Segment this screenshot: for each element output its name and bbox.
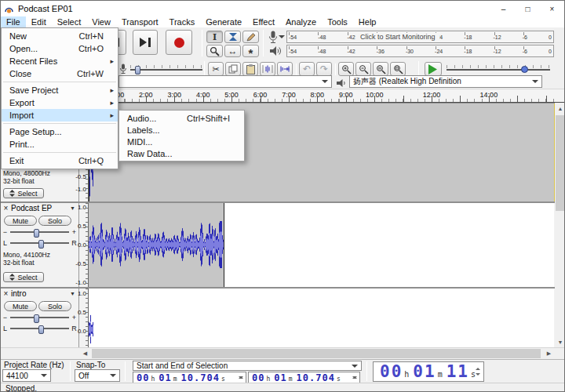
scroll-up-button[interactable]: ▲ xyxy=(555,103,565,114)
track3-title[interactable]: intro xyxy=(10,289,70,298)
track2-select-button[interactable]: Select xyxy=(3,272,44,282)
zoom-fit-button[interactable] xyxy=(390,62,406,76)
menubar-item[interactable]: Effect xyxy=(247,16,280,27)
menubar-item[interactable]: File xyxy=(1,16,26,27)
monitoring-hint[interactable]: Click to Start Monitoring xyxy=(356,33,439,41)
mic-dropdown-icon[interactable] xyxy=(279,35,285,42)
track3-menu-button[interactable]: ▼ xyxy=(70,291,78,296)
microphone-icon[interactable] xyxy=(268,31,278,47)
vertical-scrollbar[interactable]: ▲ ▼ xyxy=(555,103,565,347)
draw-tool-button[interactable] xyxy=(242,31,259,43)
track2-menu-button[interactable]: ▼ xyxy=(70,205,78,211)
file-menu-item[interactable]: Open... Ctrl+O xyxy=(2,42,118,55)
horizontal-scroll-thumb[interactable] xyxy=(92,349,541,358)
selection-start-field[interactable]: 00h01m10.704s xyxy=(133,372,246,383)
track2-solo-button[interactable]: Solo xyxy=(38,216,71,226)
file-menu-item[interactable]: New Ctrl+N xyxy=(2,30,118,42)
track1-select-button[interactable]: Select xyxy=(3,188,44,198)
menubar-item[interactable]: Edit xyxy=(26,16,52,27)
recording-meter[interactable]: -54-48-42-36-30-24-18-12-60 Click to Sta… xyxy=(286,31,554,43)
recording-volume-slider[interactable] xyxy=(130,65,202,74)
menubar-item[interactable]: View xyxy=(86,16,116,27)
audio-position-field[interactable]: 00h01m11s xyxy=(373,361,484,382)
play-at-speed-button[interactable] xyxy=(425,62,442,76)
minimize-button[interactable]: – xyxy=(491,1,516,16)
status-text: Stopped. xyxy=(5,384,37,392)
track2-vertical-ruler[interactable]: 1.00.50.0-0.5-1.0 xyxy=(79,203,89,287)
track2-format-line1: Mono, 44100Hz xyxy=(3,251,50,259)
track3-gain-slider[interactable] xyxy=(10,317,69,318)
track2-pan-slider[interactable] xyxy=(10,242,69,244)
input-device-select[interactable] xyxy=(118,75,332,88)
track3-close-button[interactable]: × xyxy=(2,289,10,298)
redo-button[interactable]: ↷ xyxy=(316,62,332,76)
zoom-in-button[interactable] xyxy=(338,62,354,76)
track2-pan-thumb[interactable] xyxy=(38,240,44,249)
import-submenu-item[interactable]: Audio... Ctrl+Shift+I xyxy=(119,112,244,124)
record-button[interactable] xyxy=(166,30,192,55)
menubar-item[interactable]: Help xyxy=(353,16,382,27)
menubar-item[interactable]: Tracks xyxy=(164,16,201,27)
track3-gain-thumb[interactable] xyxy=(34,314,39,323)
menubar-item[interactable]: Transport xyxy=(116,16,164,27)
track3-pan-thumb[interactable] xyxy=(38,325,44,334)
file-menu-item[interactable]: Print... xyxy=(2,138,118,151)
vertical-scroll-thumb[interactable] xyxy=(556,115,565,211)
zoom-selection-button[interactable] xyxy=(373,62,388,76)
selection-mode-select[interactable]: Start and End of Selection xyxy=(133,361,362,371)
recording-volume-thumb[interactable] xyxy=(135,66,140,74)
paste-button[interactable] xyxy=(242,62,258,76)
envelope-tool-button[interactable] xyxy=(224,31,241,43)
scroll-left-button[interactable]: ◀ xyxy=(79,348,91,359)
playback-meter[interactable]: -54-48-42-36-30-24-18-12-60 xyxy=(286,45,554,57)
menubar-item[interactable]: Generate xyxy=(200,16,247,27)
output-device-select[interactable]: 扬声器 (Realtek High Definition xyxy=(349,75,542,88)
silence-audio-button[interactable] xyxy=(277,62,293,76)
track2-gain-thumb[interactable] xyxy=(34,229,39,238)
file-menu-item[interactable]: Recent Files ▸ xyxy=(2,55,118,67)
file-menu-item[interactable]: Save Project ▸ xyxy=(2,84,118,96)
file-menu-item[interactable]: Export ▸ xyxy=(2,96,118,109)
multi-tool-button[interactable]: * xyxy=(242,45,259,57)
maximize-button[interactable]: □ xyxy=(516,1,540,16)
play-speed-thumb[interactable] xyxy=(521,66,528,73)
close-button[interactable]: × xyxy=(540,1,564,16)
track2-gain-slider[interactable] xyxy=(10,231,69,233)
menubar-item[interactable]: Analyze xyxy=(280,16,322,27)
selection-tool-button[interactable]: I xyxy=(206,31,223,43)
track2-title[interactable]: Podcast EP xyxy=(10,204,70,212)
file-menu-item[interactable]: Close Ctrl+W xyxy=(2,67,118,80)
scroll-down-button[interactable]: ▼ xyxy=(555,336,565,347)
track3-vertical-ruler[interactable]: 1.00.50.0 xyxy=(79,289,89,347)
track3-solo-button[interactable]: Solo xyxy=(38,301,71,311)
undo-button[interactable]: ↶ xyxy=(299,62,315,76)
speaker-icon[interactable] xyxy=(269,45,282,60)
skip-to-end-button[interactable] xyxy=(133,30,158,55)
trim-audio-button[interactable] xyxy=(260,62,275,76)
track2-mute-button[interactable]: Mute xyxy=(4,216,37,226)
track2-close-button[interactable]: × xyxy=(2,204,10,212)
copy-button[interactable] xyxy=(225,62,241,76)
track3-waveform-area[interactable] xyxy=(89,289,554,347)
zoom-out-button[interactable] xyxy=(355,62,371,76)
track2-waveform-area[interactable] xyxy=(89,203,554,287)
file-menu-item[interactable]: Page Setup... xyxy=(2,125,118,138)
horizontal-scrollbar[interactable]: ◀ ▶ xyxy=(1,347,565,359)
scroll-right-button[interactable]: ▶ xyxy=(543,348,555,359)
play-speed-slider[interactable] xyxy=(447,65,550,74)
track3-pan-slider[interactable] xyxy=(10,328,69,329)
import-submenu-item[interactable]: Raw Data... xyxy=(119,147,244,159)
project-rate-select[interactable]: 44100 xyxy=(2,369,51,382)
file-menu-item[interactable]: Exit Ctrl+Q xyxy=(2,154,118,167)
menubar-item[interactable]: Tools xyxy=(322,16,353,27)
selection-end-field[interactable]: 00h01m10.704s xyxy=(248,372,360,383)
track3-mute-button[interactable]: Mute xyxy=(4,301,37,311)
import-submenu-item[interactable]: MIDI... xyxy=(119,136,244,147)
timeshift-tool-button[interactable]: ↔ xyxy=(224,45,241,57)
cut-button[interactable]: ✂ xyxy=(208,62,224,76)
menubar-item[interactable]: Select xyxy=(52,16,87,27)
snap-to-select[interactable]: Off xyxy=(75,369,120,382)
file-menu-item[interactable]: Import ▸ xyxy=(2,109,118,122)
zoom-tool-button[interactable] xyxy=(206,45,223,57)
import-submenu-item[interactable]: Labels... xyxy=(119,124,244,136)
